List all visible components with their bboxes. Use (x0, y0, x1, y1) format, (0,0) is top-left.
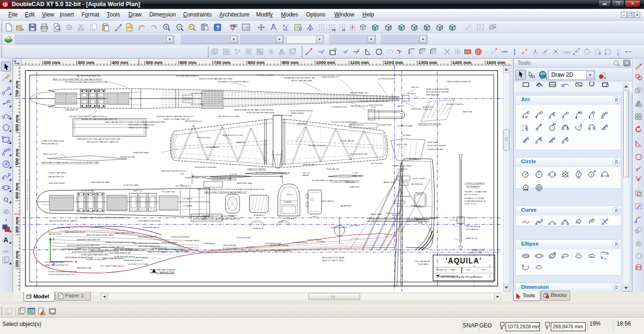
svg-text:SPRUCE SLOT RUDDER: SPRUCE SLOT RUDDER (194, 166, 216, 168)
svg-text:5/8 X 1/4: 5/8 X 1/4 (303, 172, 310, 174)
svg-text:DOWN MEASURED AT TE: DOWN MEASURED AT TE (465, 200, 486, 202)
svg-text:RUDDER PLY FIN TRIM REAR: RUDDER PLY FIN TRIM REAR (77, 247, 101, 249)
svg-text:X: X (500, 326, 503, 330)
svg-text:Y: Y (546, 326, 548, 330)
svg-text:FUSE STAB FWD SPAR: FUSE STAB FWD SPAR (91, 182, 110, 183)
svg-text:BEND RIGHT WIRE FIN: BEND RIGHT WIRE FIN (114, 248, 133, 250)
svg-text:SHEET CUT: SHEET CUT (133, 190, 143, 192)
svg-text:SHEET SLOT FIT: SHEET SLOT FIT (43, 153, 57, 155)
svg-text:AT TOP OF FIN: AT TOP OF FIN (465, 194, 477, 196)
svg-text:X: X (75, 260, 77, 263)
svg-text:NOSE GLUE FORM DOWEL: NOSE GLUE FORM DOWEL (426, 88, 449, 90)
svg-text:BALSA: BALSA (303, 175, 308, 176)
svg-text:BALSA DOWEL PIN: BALSA DOWEL PIN (48, 176, 64, 178)
svg-text:600 mm: 600 mm (180, 60, 196, 65)
svg-text:STOCK PIN TRIM: STOCK PIN TRIM (237, 237, 250, 239)
svg-text:PIN FORM HATCH: PIN FORM HATCH (41, 143, 57, 145)
svg-text:STAB NOSE: STAB NOSE (411, 205, 421, 207)
svg-text:NOTCH SPRUCE FOR 3/32: NOTCH SPRUCE FOR 3/32 (291, 110, 313, 112)
svg-text:SERVO FIN SERVO HINGE CABLE: SERVO FIN SERVO HINGE CABLE (86, 234, 114, 236)
svg-text:STAB HOLE RIGHT: STAB HOLE RIGHT (331, 227, 347, 229)
svg-text:1/16 PLY SIDES: 1/16 PLY SIDES (412, 178, 425, 180)
svg-text:HORN BEND HORN HINGE: HORN BEND HORN HINGE (138, 220, 161, 222)
svg-text:HINGE: HINGE (392, 215, 398, 216)
svg-text:GLUE FWD WIRE ELEVATOR: GLUE FWD WIRE ELEVATOR (176, 75, 199, 77)
svg-text:1/8" HOLE: 1/8" HOLE (407, 93, 416, 95)
svg-text:3/16 SHEET: 3/16 SHEET (409, 158, 419, 160)
svg-text:VENTING LINE: VENTING LINE (303, 164, 315, 166)
svg-text:SHIM: SHIM (352, 175, 356, 177)
svg-text:1100 mm: 1100 mm (350, 60, 369, 65)
svg-text:1500 mm: 1500 mm (486, 60, 506, 65)
svg-text:BEVEL EDGE: BEVEL EDGE (253, 228, 264, 230)
svg-text:200 mm: 200 mm (14, 251, 19, 267)
svg-text:RIB BALSA GLUE FWD SERVO TAIL: RIB BALSA GLUE FWD SERVO TAIL (284, 77, 316, 79)
svg-text:PIN HOLE HOLE RIGHT HORN: PIN HOLE HOLE RIGHT HORN (331, 121, 356, 123)
svg-text:A: A (283, 24, 285, 27)
svg-text:STOCK BOTTOM SIDE GLUE PIN: STOCK BOTTOM SIDE GLUE PIN (359, 100, 388, 103)
svg-text:SHEET HATCH HORN BLOCK: SHEET HATCH HORN BLOCK (45, 264, 68, 266)
svg-text:FIT BEND GLUE EPOXY: FIT BEND GLUE EPOXY (86, 259, 105, 261)
svg-text:BEND GLUE CABLE ELEVATOR RIB S: BEND GLUE CABLE ELEVATOR RIB SIDE (129, 121, 165, 123)
svg-text:RIGHT LEFT RUDDER: RIGHT LEFT RUDDER (427, 145, 446, 147)
svg-text:A: A (40, 311, 43, 315)
svg-text:PUSHROD DOWEL: PUSHROD DOWEL (427, 149, 443, 151)
svg-text:SERVO BOTTOM BLOCK SLOT: SERVO BOTTOM BLOCK SLOT (161, 170, 186, 172)
svg-text:1/4x1 HAT BALSA: 1/4x1 HAT BALSA (466, 226, 480, 228)
svg-text:RIGHT TAIL TOP: RIGHT TAIL TOP (326, 168, 339, 170)
svg-text:1/4 SHEET: 1/4 SHEET (402, 135, 412, 136)
svg-text:CABLE TOP CANOPY WIRE: CABLE TOP CANOPY WIRE (322, 260, 344, 262)
svg-text:500 mm: 500 mm (146, 60, 162, 65)
svg-text:STOCK PLY TAIL: STOCK PLY TAIL (81, 190, 94, 192)
svg-text:ABC: ABC (230, 24, 238, 28)
svg-text:SCALE: SCALE (466, 269, 470, 271)
svg-text:TRO: TRO (563, 50, 571, 55)
svg-text:4-40: 4-40 (180, 173, 184, 175)
svg-text:BOTTOM SERVO TRIM PIN: BOTTOM SERVO TRIM PIN (426, 91, 449, 93)
svg-text:SLOT WIRE NOSE FIT RIB: SLOT WIRE NOSE FIT RIB (110, 252, 131, 254)
svg-text:3/8 SQ BALSA: 3/8 SQ BALSA (206, 146, 219, 148)
svg-text:CABLE FUSE STOCK BALSA: CABLE FUSE STOCK BALSA (322, 257, 345, 259)
svg-text:abc: abc (2, 249, 9, 254)
svg-text:WIRE SHEET STAB TAIL: WIRE SHEET STAB TAIL (138, 236, 157, 238)
svg-text:/2: /2 (342, 28, 345, 32)
svg-text:1000 mm: 1000 mm (316, 60, 335, 65)
svg-text:SHEET CUT PLY FUSE: SHEET CUT PLY FUSE (129, 127, 149, 129)
svg-text:STOCK AFT SIDE: STOCK AFT SIDE (161, 191, 175, 193)
svg-text:FWD NOSE CUT REAR FUSE: FWD NOSE CUT REAR FUSE (129, 124, 154, 126)
svg-text:ELEVATOR REAR: ELEVATOR REAR (398, 125, 412, 127)
svg-text:A: A (3, 236, 8, 244)
svg-text:'AQUILA': 'AQUILA' (446, 257, 482, 265)
svg-text:GLUE RUDDER FIN TRIM RIGHT: GLUE RUDDER FIN TRIM RIGHT (246, 111, 275, 114)
svg-text:SAND WIRE WIRE RIGHT: SAND WIRE WIRE RIGHT (65, 231, 86, 233)
svg-text:FUSE CABLE: FUSE CABLE (418, 263, 429, 265)
svg-text:x2: x2 (332, 28, 336, 32)
svg-text:ELEVATOR CANOPY SAND: ELEVATOR CANOPY SAND (185, 177, 207, 179)
svg-text:2° CUT: 2° CUT (352, 172, 358, 174)
svg-text:SHEET 1 OF 2: SHEET 1 OF 2 (471, 248, 485, 251)
svg-text:TAIL HINGE RIGHT BEND RIB: TAIL HINGE RIGHT BEND RIB (77, 75, 100, 77)
svg-text:3/32 SQ: 3/32 SQ (287, 194, 293, 196)
svg-text:POINT OF TLC: POINT OF TLC (465, 203, 477, 205)
svg-text:MOVEMENTS: MOVEMENTS (467, 185, 480, 188)
svg-text:CUT SPRUCE RIGHT: CUT SPRUCE RIGHT (378, 78, 395, 80)
svg-text:Q: Q (4, 196, 8, 203)
svg-text:TAIL SPRUCE SLOT FORM: TAIL SPRUCE SLOT FORM (218, 116, 239, 118)
svg-text:C OF G: C OF G (468, 217, 475, 219)
svg-text:DESIGNED BY: DESIGNED BY (436, 269, 445, 271)
svg-text:SPRUCE RIB: SPRUCE RIB (411, 108, 421, 110)
svg-text:RUDDER CANOPY SAND AFT STOCK P: RUDDER CANOPY SAND AFT STOCK PLY (157, 115, 194, 118)
svg-text:EPOXY TOP: EPOXY TOP (397, 144, 407, 146)
svg-text:SIDE SLOT: SIDE SLOT (411, 87, 420, 88)
svg-text:SCALE: FULL SIZE: SCALE: FULL SIZE (467, 252, 482, 254)
svg-text:1/8 LITE PLY: 1/8 LITE PLY (228, 215, 238, 217)
svg-text:SPAR BOTTOM TRIM AFT: SPAR BOTTOM TRIM AFT (147, 251, 168, 253)
svg-text:BALANCE POINT: BALANCE POINT (160, 271, 175, 273)
svg-text:WIRE BEND SAND SAND PIN: WIRE BEND SAND SAND PIN (77, 239, 100, 241)
svg-text:RIB FWD REAR LEFT: RIB FWD REAR LEFT (350, 92, 369, 94)
svg-text:1: 1 (522, 124, 524, 127)
svg-text:1200 mm: 1200 mm (384, 60, 403, 65)
svg-text:SLOT: SLOT (371, 106, 376, 108)
svg-text:EPOXY STOCK BOTTOM STOCK: EPOXY STOCK BOTTOM STOCK (48, 274, 75, 276)
svg-text:COPYRIGHT AIRTRONICS INC 1978: COPYRIGHT AIRTRONICS INC 1978 AQUILA SAI… (27, 179, 29, 211)
